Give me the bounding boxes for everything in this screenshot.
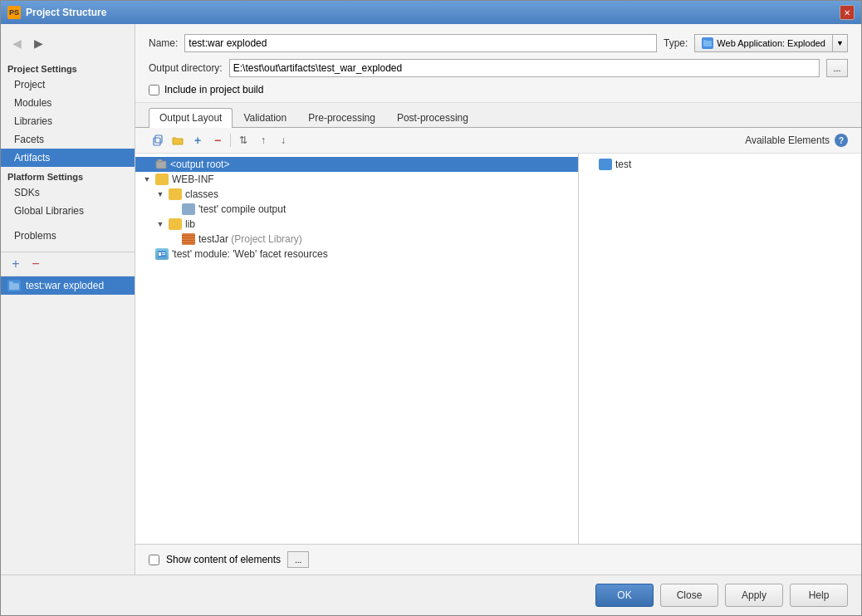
sidebar-item-modules[interactable]: Modules (1, 94, 135, 112)
folder-button[interactable] (169, 131, 187, 149)
tabs-bar: Output Layout Validation Pre-processing … (135, 103, 861, 128)
output-dir-input[interactable] (229, 59, 820, 77)
tree-item-webinf[interactable]: ▼ WEB-INF (135, 172, 578, 187)
jar-icon (182, 233, 195, 245)
show-content-browse-button[interactable]: ... (287, 551, 309, 568)
show-content-checkbox[interactable] (149, 555, 159, 565)
bottom-section: Show content of elements ... (135, 544, 861, 574)
sidebar-item-facets[interactable]: Facets (1, 130, 135, 149)
svg-rect-10 (162, 252, 165, 253)
sidebar-item-problems[interactable]: Problems (1, 227, 135, 245)
tree-item-output-root[interactable]: <output root> (135, 157, 578, 172)
tree-item-compile-output[interactable]: 'test' compile output (135, 202, 578, 217)
type-button[interactable]: Web Application: Exploded (694, 34, 833, 52)
title-bar: PS Project Structure ✕ (1, 1, 861, 24)
tree-item-testjar[interactable]: testJar (Project Library) (135, 232, 578, 247)
remove-tree-button[interactable]: − (208, 131, 227, 149)
module-icon (155, 248, 169, 260)
sidebar-item-artifacts[interactable]: Artifacts (1, 149, 135, 167)
svg-rect-9 (159, 252, 161, 256)
left-panel: ◀ ▶ Project Settings Project Modules Lib… (1, 24, 135, 574)
show-content-label[interactable]: Show content of elements (166, 554, 281, 565)
add-tree-button[interactable]: + (189, 131, 207, 149)
tree-item-lib[interactable]: ▼ lib (135, 217, 578, 232)
arrow-testjar (169, 234, 179, 244)
svg-rect-7 (158, 159, 162, 162)
sidebar-item-libraries[interactable]: Libraries (1, 112, 135, 130)
folder-icon-lib (169, 218, 182, 230)
content-area: ◀ ▶ Project Settings Project Modules Lib… (1, 24, 861, 574)
apply-button[interactable]: Apply (725, 584, 783, 607)
available-item-test[interactable]: test (579, 157, 861, 172)
tree-toolbar: + − ⇅ ↑ ↓ Available Elements (135, 128, 861, 154)
tree-item-output-root-label: <output root> (170, 159, 229, 170)
arrow-test-available (585, 159, 595, 169)
name-row: Name: Type: Web Application: Exploded (149, 34, 848, 52)
include-in-build-label[interactable]: Include in project build (164, 84, 263, 95)
help-button[interactable]: Help (790, 584, 848, 607)
footer: OK Close Apply Help (1, 574, 861, 615)
tab-validation[interactable]: Validation (233, 108, 297, 127)
tab-post-processing[interactable]: Post-processing (386, 108, 479, 127)
available-elements-label: Available Elements (745, 134, 830, 146)
copy-output-button[interactable] (149, 131, 167, 149)
project-settings-header: Project Settings (1, 59, 135, 76)
main-panel: Name: Type: Web Application: Exploded (135, 24, 861, 574)
name-input[interactable] (184, 34, 657, 52)
tab-output-layout[interactable]: Output Layout (149, 108, 233, 128)
sidebar-item-global-libraries[interactable]: Global Libraries (1, 202, 135, 220)
sidebar-item-project[interactable]: Project (1, 76, 135, 94)
arrow-webinf: ▼ (142, 174, 152, 184)
ok-button[interactable]: OK (595, 584, 654, 607)
svg-rect-5 (155, 135, 162, 143)
include-in-build-row: Include in project build (149, 84, 848, 95)
nav-forward-button[interactable]: ▶ (29, 34, 47, 52)
folder-icon-classes (169, 188, 182, 200)
type-value: Web Application: Exploded (717, 38, 825, 48)
artifact-icon (7, 280, 21, 291)
type-dropdown-arrow[interactable]: ▼ (833, 34, 848, 52)
move-down-button[interactable]: ↓ (274, 131, 292, 149)
artifact-item-test-war[interactable]: test:war exploded (1, 276, 135, 295)
tree-item-test-module[interactable]: 'test' module: 'Web' facet resources (135, 247, 578, 262)
name-label: Name: (149, 37, 178, 49)
folder-icon-webinf (155, 174, 169, 185)
folder-icon-test-available (599, 159, 612, 170)
tree-item-classes[interactable]: ▼ classes (135, 187, 578, 202)
svg-rect-1 (9, 281, 13, 284)
tree-item-classes-label: classes (185, 188, 218, 200)
tree-item-compile-label: 'test' compile output (198, 203, 286, 215)
tab-pre-processing[interactable]: Pre-processing (297, 108, 386, 127)
title-bar-left: PS Project Structure (7, 6, 106, 19)
arrow-classes: ▼ (155, 189, 165, 199)
arrow-lib: ▼ (155, 219, 165, 229)
sort-button[interactable]: ⇅ (234, 131, 252, 149)
remove-artifact-button[interactable]: − (27, 256, 44, 272)
tree-item-lib-label: lib (185, 218, 195, 230)
tree-left: <output root> ▼ WEB-INF ▼ classes (135, 154, 579, 544)
add-artifact-button[interactable]: + (7, 256, 24, 272)
close-dialog-button[interactable]: Close (660, 584, 718, 607)
arrow-output-root (142, 159, 152, 169)
output-dir-browse-button[interactable]: ... (826, 59, 848, 77)
svg-rect-4 (154, 138, 160, 145)
nav-back-button[interactable]: ◀ (7, 34, 26, 52)
tree-item-webinf-label: WEB-INF (172, 174, 214, 185)
tree-item-test-module-label: 'test' module: 'Web' facet resources (172, 248, 328, 260)
svg-rect-3 (703, 40, 707, 42)
include-in-build-checkbox[interactable] (149, 85, 159, 95)
title-buttons: ✕ (840, 5, 855, 20)
arrow-compile (169, 204, 179, 214)
output-dir-row: Output directory: ... (149, 59, 848, 77)
tree-right: test (579, 154, 861, 544)
artifact-settings: Name: Type: Web Application: Exploded (135, 24, 861, 103)
svg-rect-11 (162, 254, 165, 255)
window-title: Project Structure (26, 7, 106, 18)
project-structure-window: PS Project Structure ✕ ◀ ▶ Project Setti… (0, 0, 862, 616)
sidebar-item-sdks[interactable]: SDKs (1, 183, 135, 202)
tree-section: + − ⇅ ↑ ↓ Available Elements (135, 128, 861, 574)
move-up-button[interactable]: ↑ (254, 131, 272, 149)
close-button[interactable]: ✕ (840, 5, 855, 20)
artifact-label: test:war exploded (26, 280, 104, 291)
help-icon[interactable]: ? (835, 134, 848, 147)
